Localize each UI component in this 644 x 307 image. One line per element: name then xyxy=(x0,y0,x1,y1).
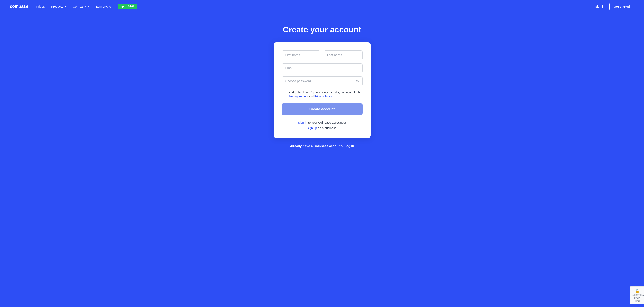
signup-row: Sign up as a business. xyxy=(282,125,362,131)
company-chevron-icon xyxy=(88,6,89,7)
terms-label[interactable]: I certify that I am 18 years of age or o… xyxy=(288,90,362,99)
name-row xyxy=(282,51,362,60)
already-account-link[interactable]: Already have a Coinbase account? Log in xyxy=(290,144,354,148)
first-name-input[interactable] xyxy=(282,51,320,60)
signin-bottom-link[interactable]: Sign in xyxy=(298,121,307,124)
terms-checkbox-row: I certify that I am 18 years of age or o… xyxy=(282,90,362,99)
earn-badge[interactable]: up to $166 xyxy=(118,4,137,9)
last-name-input[interactable] xyxy=(324,51,362,60)
products-chevron-icon xyxy=(65,6,66,7)
user-agreement-link[interactable]: User Agreement xyxy=(288,95,308,98)
password-wrapper: 👁 xyxy=(282,76,362,86)
nav-links: Prices Products Company Earn crypto up t… xyxy=(36,4,595,9)
recaptcha-logo: 🔒 xyxy=(632,288,642,294)
nav-earn-crypto[interactable]: Earn crypto xyxy=(96,5,111,8)
sign-in-link[interactable]: Sign in xyxy=(595,5,604,8)
terms-checkbox[interactable] xyxy=(282,91,285,94)
nav-products[interactable]: Products xyxy=(51,5,66,8)
main-content: Create your account 👁 I certify that I a… xyxy=(0,13,644,164)
show-password-icon[interactable]: 👁 xyxy=(356,79,360,83)
coinbase-logo[interactable]: coinbase xyxy=(10,4,28,9)
email-wrapper xyxy=(282,63,362,73)
get-started-button[interactable]: Get started xyxy=(610,3,634,10)
signup-bottom-link[interactable]: Sign up xyxy=(307,126,317,130)
signup-form-card: 👁 I certify that I am 18 years of age or… xyxy=(274,42,371,138)
signin-row: Sign in to your Coinbase account or xyxy=(282,120,362,125)
navbar: coinbase Prices Products Company Earn cr… xyxy=(0,0,644,13)
recaptcha-badge: 🔒 reCAPTCHA Privacy - Terms xyxy=(630,286,644,304)
bottom-links: Sign in to your Coinbase account or Sign… xyxy=(282,120,362,131)
email-input[interactable] xyxy=(282,63,362,73)
password-input[interactable] xyxy=(282,76,362,86)
already-account-text: Already have a Coinbase account? Log in xyxy=(290,144,354,148)
privacy-policy-link[interactable]: Privacy Policy xyxy=(314,95,332,98)
nav-company[interactable]: Company xyxy=(73,5,89,8)
page-title: Create your account xyxy=(283,25,361,34)
nav-right: Sign in Get started xyxy=(595,3,634,10)
create-account-button[interactable]: Create account xyxy=(282,104,362,115)
nav-prices[interactable]: Prices xyxy=(36,5,45,8)
